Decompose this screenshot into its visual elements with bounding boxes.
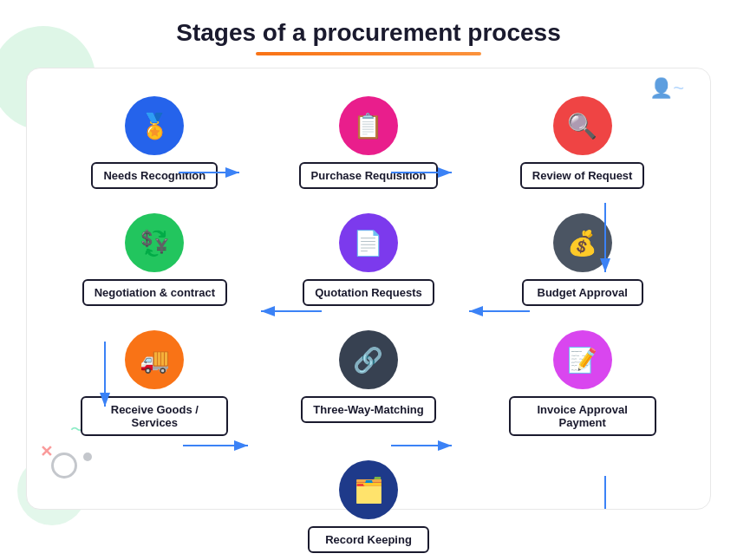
node-record-keeping: 🗂️ Record Keeping [293, 460, 445, 553]
budget-label: Budget Approval [522, 279, 643, 306]
node-needs-recognition: 🏅 Needs Recognition [79, 96, 231, 189]
node-review-of-request: 🔍 Review of Request [506, 96, 658, 189]
node-purchase-requisition: 📋 Purchase Requisition [292, 96, 444, 189]
title-underline [256, 52, 481, 55]
page-title: Stages of a procurement process [0, 0, 737, 52]
node-budget-approval: 💰 Budget Approval [506, 213, 658, 306]
receive-goods-label: Receive Goods / Services [81, 396, 228, 436]
node-receive-goods: 🚚 Receive Goods / Services [79, 330, 231, 436]
three-way-icon: 🔗 [339, 330, 398, 389]
node-quotation-requests: 📄 Quotation Requests [292, 213, 444, 306]
negotiation-label: Negotiation & contract [82, 279, 227, 306]
purchase-requisition-icon: 📋 [339, 96, 398, 155]
review-of-request-label: Review of Request [520, 162, 645, 189]
node-three-way-matching: 🔗 Three-Way-Matching [292, 330, 444, 423]
record-keeping-icon: 🗂️ [339, 460, 398, 519]
quotation-icon: 📄 [339, 213, 398, 272]
invoice-icon: 📝 [553, 330, 612, 389]
record-keeping-label: Record Keeping [308, 526, 429, 553]
diagram-container: 👤~ ✕ 〜 🏅 Ne [26, 68, 711, 510]
quotation-label: Quotation Requests [303, 279, 434, 306]
receive-goods-icon: 🚚 [125, 330, 184, 389]
node-negotiation-contract: 💱 Negotiation & contract [79, 213, 231, 306]
review-of-request-icon: 🔍 [553, 96, 612, 155]
budget-icon: 💰 [553, 213, 612, 272]
negotiation-icon: 💱 [125, 213, 184, 272]
invoice-label: Invoice Approval Payment [509, 396, 656, 436]
three-way-label: Three-Way-Matching [301, 396, 435, 423]
purchase-requisition-label: Purchase Requisition [299, 162, 439, 189]
needs-recognition-icon: 🏅 [125, 96, 184, 155]
node-invoice-approval: 📝 Invoice Approval Payment [506, 330, 658, 436]
needs-recognition-label: Needs Recognition [91, 162, 218, 189]
